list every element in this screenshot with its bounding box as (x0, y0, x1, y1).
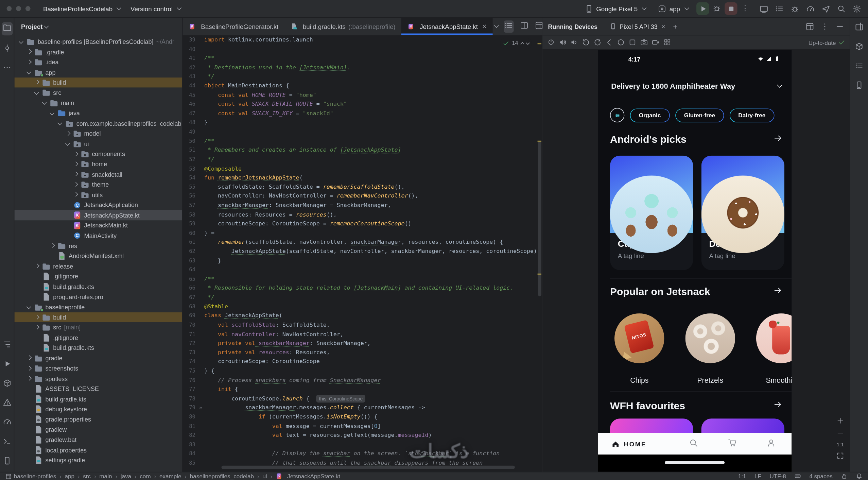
line-number[interactable]: 43 (183, 72, 197, 81)
breadcrumb-item[interactable]: src (83, 473, 91, 480)
tree-item[interactable]: components (14, 149, 182, 159)
tree-item[interactable]: MainActivity (14, 230, 182, 241)
line-number[interactable]: 70 (183, 321, 197, 330)
tree-item[interactable]: utils (14, 190, 182, 200)
cast-icon[interactable] (760, 4, 768, 13)
code-line[interactable]: 63 } (183, 256, 543, 265)
tool-stripe-button[interactable] (2, 63, 11, 74)
code-line[interactable]: 53@Composable (183, 164, 543, 173)
tree-item[interactable]: .idea (14, 57, 182, 67)
tree-item[interactable]: screenshots (14, 363, 182, 373)
prev-problem-icon[interactable] (520, 42, 524, 46)
line-number[interactable]: 82 (183, 431, 197, 440)
expanded-chevron-icon[interactable] (18, 38, 25, 45)
line-number[interactable]: 40 (183, 45, 197, 54)
line-number[interactable]: 74 (183, 357, 197, 366)
tree-item[interactable]: settings.gradle (14, 455, 182, 465)
arrow-right-icon[interactable] (773, 400, 783, 412)
video-icon[interactable] (652, 38, 660, 46)
send-icon[interactable] (821, 4, 830, 13)
collapsed-chevron-icon[interactable] (33, 324, 40, 331)
line-number[interactable]: 48 (183, 118, 197, 127)
zoom-level[interactable]: 1:1 (837, 441, 844, 447)
tree-item[interactable]: debug.keystore (14, 404, 182, 414)
bell-icon[interactable] (856, 473, 863, 480)
tree-item[interactable]: .gitignore (14, 332, 182, 343)
expanded-chevron-icon[interactable] (25, 69, 33, 76)
line-number[interactable]: 81 (183, 422, 197, 431)
home-indicator[interactable] (665, 461, 725, 464)
tree-item[interactable]: app (14, 67, 182, 78)
filter-chip[interactable]: Gluten-free (675, 108, 724, 122)
code-line[interactable]: 40 (183, 45, 543, 54)
code-line[interactable]: 77 init { (183, 385, 543, 394)
line-number[interactable]: 67 (183, 293, 197, 302)
line-number[interactable]: 58 (183, 210, 197, 219)
tab-action-button[interactable] (520, 21, 529, 32)
breadcrumb-item[interactable]: main (99, 473, 112, 480)
code-line[interactable]: 51 * Remembers and creates an instance o… (183, 146, 543, 155)
line-number[interactable]: 78 (183, 394, 197, 403)
tree-item[interactable]: home (14, 159, 182, 169)
tree-item[interactable]: JetsnackAppState.kt (14, 210, 182, 220)
tree-item[interactable]: .gradle (14, 47, 182, 57)
breadcrumb-item[interactable]: ui (262, 473, 267, 480)
line-number[interactable]: 53 (183, 164, 197, 173)
tree-item[interactable]: release (14, 261, 182, 271)
line-number[interactable]: 41 (183, 54, 197, 63)
bug-icon[interactable] (791, 4, 799, 13)
collapsed-chevron-icon[interactable] (25, 355, 33, 362)
vol2-icon[interactable] (570, 38, 578, 46)
code-line[interactable]: 71 val navController: NavHostController, (183, 330, 543, 339)
code-line[interactable]: 72 private val snackbarManager: Snackbar… (183, 339, 543, 348)
float-icon[interactable] (805, 22, 814, 31)
tree-item[interactable]: gradlew.bat (14, 435, 182, 445)
dash-icon[interactable] (836, 429, 844, 437)
collapsed-chevron-icon[interactable] (72, 160, 79, 168)
code-line[interactable]: 44object MainDestinations { (183, 82, 543, 91)
tree-item[interactable]: build (14, 312, 182, 322)
collapsed-chevron-icon[interactable] (72, 191, 79, 198)
code-line[interactable]: 59 coroutineScope: CoroutineScope = reme… (183, 219, 543, 228)
code-line[interactable]: 82 val text = resources.getText(message.… (183, 431, 543, 440)
code-line[interactable]: 65/** (183, 275, 543, 284)
code-line[interactable]: 79» snackbarManager.messages.collect { c… (183, 403, 543, 412)
next-problem-icon[interactable] (526, 41, 530, 45)
rotr-icon[interactable] (593, 38, 602, 46)
breadcrumb-item[interactable]: com (140, 473, 151, 480)
magnify-icon[interactable] (837, 4, 846, 13)
dash-icon[interactable] (835, 22, 844, 31)
tree-item[interactable]: build.gradle.kts (14, 281, 182, 292)
nav-profile[interactable] (766, 438, 776, 449)
tool-stripe-button[interactable] (2, 359, 11, 371)
snack-card[interactable]: CupcakeA tag line (610, 156, 693, 270)
code-line[interactable]: 61 remember(scaffoldState, navController… (183, 238, 543, 247)
expanded-chevron-icon[interactable] (56, 120, 64, 127)
device-tab[interactable]: Pixel 5 API 33 × (610, 22, 665, 30)
tree-item[interactable]: spotless (14, 374, 182, 384)
code-line[interactable]: 46 const val SNACK_DETAIL_ROUTE = "snack… (183, 100, 543, 109)
tree-item[interactable]: JetsnackApplication (14, 200, 182, 210)
tree-item[interactable]: proguard-rules.pro (14, 292, 182, 302)
code-line[interactable]: 39import kotlinx.coroutines.launch (183, 35, 543, 45)
tree-item[interactable]: gradle.properties (14, 414, 182, 425)
list-icon[interactable] (775, 4, 784, 13)
tool-stripe-button[interactable] (855, 42, 864, 53)
code-line[interactable]: 58 resources: Resources = resources(), (183, 210, 543, 219)
code-line[interactable]: 54fun rememberJetsnackAppState( (183, 173, 543, 183)
camera-icon[interactable] (640, 38, 648, 46)
tool-stripe-button[interactable] (855, 62, 864, 73)
device-selector[interactable]: Google Pixel 5 (579, 2, 650, 15)
line-number[interactable]: 60 (183, 228, 197, 238)
line-number[interactable]: 50 (183, 137, 197, 146)
code-line[interactable]: 69class JetsnackAppState( (183, 311, 543, 321)
code-line[interactable]: 43 */ (183, 72, 543, 81)
square-icon[interactable] (628, 38, 637, 46)
circle-icon[interactable] (617, 38, 625, 46)
kb-icon[interactable] (794, 473, 801, 480)
nav-home[interactable]: HOME (611, 433, 646, 455)
code-line[interactable]: 70 val scaffoldState: ScaffoldState, (183, 321, 543, 330)
add-device-icon[interactable]: + (673, 22, 677, 31)
code-line[interactable]: 47 const val SNACK_ID_KEY = "snackId" (183, 109, 543, 118)
run-config-selector[interactable]: app (653, 2, 693, 15)
